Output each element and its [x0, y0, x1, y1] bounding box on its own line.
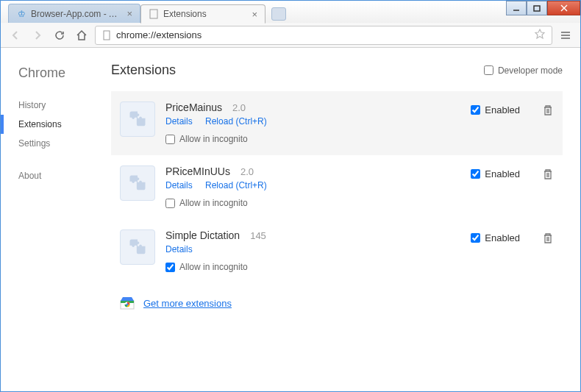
- browser-tabs: ♔ Browser-App.com - A free... × Extensio…: [1, 4, 286, 23]
- developer-mode-label: Developer mode: [498, 65, 563, 76]
- reload-link[interactable]: Reload (Ctrl+R): [205, 116, 267, 126]
- browser-tab-1[interactable]: Extensions ×: [140, 4, 265, 24]
- forward-button[interactable]: [29, 26, 46, 44]
- allow-incognito-checkbox[interactable]: [165, 263, 175, 272]
- document-icon: [149, 9, 159, 19]
- document-icon: [101, 30, 112, 40]
- extension-item: Simple Dictation 145 Details Allow in in…: [111, 219, 563, 283]
- allow-incognito-toggle[interactable]: Allow in incognito: [165, 262, 460, 272]
- tab-title: Browser-App.com - A free...: [31, 9, 122, 19]
- home-button[interactable]: [73, 26, 90, 44]
- puzzle-icon: [120, 165, 155, 201]
- developer-mode-checkbox[interactable]: [484, 65, 493, 75]
- back-button[interactable]: [7, 26, 24, 44]
- new-tab-button[interactable]: [271, 7, 286, 21]
- get-more-extensions: Get more extensions: [111, 283, 563, 323]
- enabled-checkbox[interactable]: [471, 233, 480, 243]
- svg-point-12: [126, 304, 129, 306]
- extension-item: PRiceMInUUs 2.0 Details Reload (Ctrl+R) …: [111, 155, 563, 219]
- maximize-button[interactable]: [527, 1, 547, 15]
- extension-name: PRiceMInUUs: [165, 165, 230, 177]
- extension-title-row: Simple Dictation 145: [165, 229, 460, 241]
- main-panel: Extensions Developer mode PriceMainus 2.…: [111, 48, 580, 391]
- extension-version: 2.0: [240, 166, 254, 177]
- enabled-label: Enabled: [485, 104, 520, 115]
- extension-version: 145: [250, 230, 266, 241]
- extension-name: PriceMainus: [165, 101, 222, 113]
- extension-actions: Enabled: [471, 101, 554, 144]
- sidebar-item-settings[interactable]: Settings: [18, 134, 111, 153]
- sidebar-group: History Extensions Settings: [18, 96, 111, 153]
- svg-rect-0: [150, 10, 157, 18]
- extension-actions: Enabled: [471, 229, 554, 272]
- allow-incognito-checkbox[interactable]: [165, 199, 175, 208]
- extension-item: PriceMainus 2.0 Details Reload (Ctrl+R) …: [111, 91, 563, 155]
- minimize-button[interactable]: [506, 1, 527, 15]
- extension-body: PRiceMInUUs 2.0 Details Reload (Ctrl+R) …: [165, 165, 460, 208]
- crown-icon: ♔: [16, 9, 26, 19]
- trash-icon[interactable]: [542, 168, 554, 183]
- details-link[interactable]: Details: [165, 116, 193, 126]
- close-icon[interactable]: ×: [126, 8, 132, 19]
- enabled-label: Enabled: [485, 232, 520, 243]
- sidebar-item-history[interactable]: History: [18, 96, 111, 115]
- reload-button[interactable]: [51, 26, 68, 44]
- puzzle-icon: [120, 101, 155, 137]
- extensions-list: PriceMainus 2.0 Details Reload (Ctrl+R) …: [111, 91, 563, 283]
- allow-incognito-checkbox[interactable]: [165, 135, 175, 144]
- browser-tab-0[interactable]: ♔ Browser-App.com - A free... ×: [8, 4, 140, 23]
- details-link[interactable]: Details: [165, 244, 193, 254]
- allow-incognito-label: Allow in incognito: [179, 262, 248, 272]
- extension-title-row: PRiceMInUUs 2.0: [165, 165, 460, 177]
- enabled-toggle[interactable]: Enabled: [471, 168, 520, 179]
- extension-title-row: PriceMainus 2.0: [165, 101, 460, 113]
- extension-links: Details Reload (Ctrl+R): [165, 180, 460, 190]
- puzzle-icon: [120, 229, 155, 265]
- svg-rect-5: [104, 31, 110, 40]
- svg-rect-2: [534, 6, 540, 11]
- allow-incognito-label: Allow in incognito: [179, 198, 248, 208]
- browser-toolbar: chrome://extensions: [1, 23, 580, 48]
- chrome-brand-title: Chrome: [18, 65, 111, 81]
- bookmark-star-icon[interactable]: [534, 28, 546, 43]
- allow-incognito-label: Allow in incognito: [179, 134, 248, 144]
- enabled-checkbox[interactable]: [471, 105, 480, 115]
- sidebar-item-about[interactable]: About: [18, 166, 111, 185]
- allow-incognito-toggle[interactable]: Allow in incognito: [165, 134, 460, 144]
- allow-incognito-toggle[interactable]: Allow in incognito: [165, 198, 460, 208]
- extension-body: Simple Dictation 145 Details Allow in in…: [165, 229, 460, 272]
- enabled-label: Enabled: [485, 168, 520, 179]
- enabled-toggle[interactable]: Enabled: [471, 232, 520, 243]
- chrome-menu-button[interactable]: [557, 26, 574, 44]
- extension-name: Simple Dictation: [165, 229, 240, 241]
- url-text: chrome://extensions: [116, 29, 530, 40]
- chrome-webstore-icon: [120, 296, 135, 310]
- details-link[interactable]: Details: [165, 180, 193, 190]
- close-icon[interactable]: ×: [252, 9, 257, 20]
- main-header: Extensions Developer mode: [111, 63, 563, 78]
- extension-actions: Enabled: [471, 165, 554, 208]
- page-title: Extensions: [111, 63, 176, 78]
- reload-link[interactable]: Reload (Ctrl+R): [205, 180, 267, 190]
- window-controls: [506, 1, 580, 15]
- settings-sidebar: Chrome History Extensions Settings About: [1, 48, 111, 391]
- extension-body: PriceMainus 2.0 Details Reload (Ctrl+R) …: [165, 101, 460, 144]
- close-window-button[interactable]: [547, 1, 580, 15]
- page-content: Chrome History Extensions Settings About…: [1, 48, 580, 391]
- developer-mode-toggle[interactable]: Developer mode: [484, 65, 563, 76]
- extension-version: 2.0: [232, 102, 246, 113]
- get-more-extensions-link[interactable]: Get more extensions: [143, 298, 232, 309]
- enabled-checkbox[interactable]: [471, 169, 480, 179]
- address-bar[interactable]: chrome://extensions: [95, 26, 552, 45]
- tab-title: Extensions: [163, 9, 247, 19]
- trash-icon[interactable]: [542, 104, 554, 119]
- sidebar-item-extensions[interactable]: Extensions: [1, 115, 111, 134]
- enabled-toggle[interactable]: Enabled: [471, 104, 520, 115]
- trash-icon[interactable]: [542, 232, 554, 247]
- extension-links: Details: [165, 244, 460, 254]
- extension-links: Details Reload (Ctrl+R): [165, 116, 460, 126]
- window-titlebar: ♔ Browser-App.com - A free... × Extensio…: [1, 1, 580, 23]
